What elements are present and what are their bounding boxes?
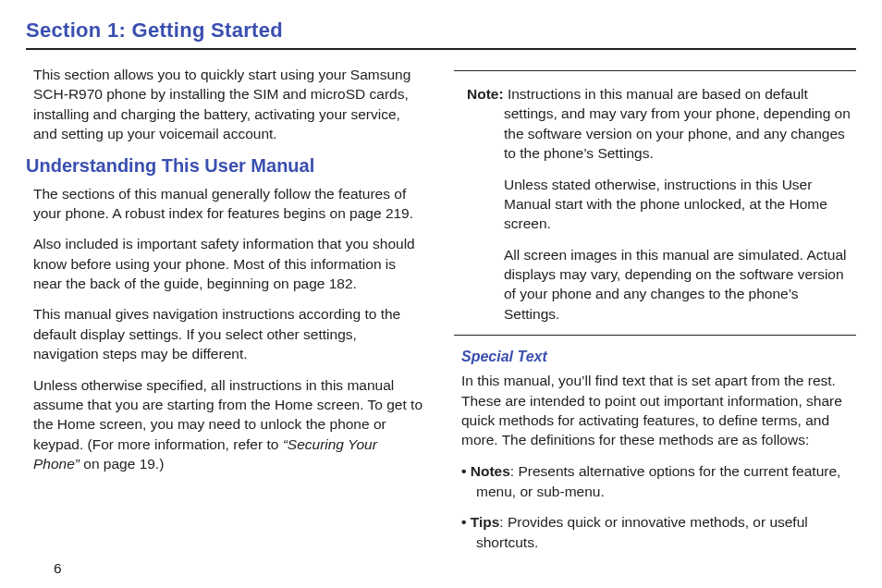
body-paragraph: In this manual, you’ll find text that is…: [454, 371, 856, 450]
note-label: Note:: [467, 86, 504, 102]
definition-list: Notes: Presents alternative options for …: [454, 461, 856, 554]
special-text-heading: Special Text: [461, 349, 856, 365]
list-item: Tips: Provides quick or innovative metho…: [461, 512, 856, 554]
body-paragraph: The sections of this manual generally fo…: [26, 184, 428, 224]
note-bottom-rule: [454, 335, 856, 336]
two-column-layout: This section allows you to quickly start…: [26, 65, 856, 563]
term-text: : Presents alternative options for the c…: [476, 463, 840, 499]
note-text: Instructions in this manual are based on…: [504, 86, 851, 161]
note-paragraph: Unless stated otherwise, instructions in…: [454, 175, 856, 234]
note-top-rule: [454, 70, 856, 71]
page-number: 6: [54, 560, 62, 577]
note-block: Note: Instructions in this manual are ba…: [454, 84, 856, 324]
term-label: Notes: [471, 463, 510, 479]
text-run: on page 19.): [80, 456, 164, 472]
body-paragraph: Unless otherwise specified, all instruct…: [26, 375, 428, 474]
term-text: : Provides quick or innovative methods, …: [476, 514, 808, 550]
section-title: Section 1: Getting Started: [26, 18, 856, 43]
body-paragraph: This manual gives navigation instruction…: [26, 304, 428, 363]
left-column: This section allows you to quickly start…: [26, 65, 428, 563]
understanding-heading: Understanding This User Manual: [26, 155, 428, 177]
intro-paragraph: This section allows you to quickly start…: [26, 65, 428, 144]
term-label: Tips: [471, 514, 500, 530]
note-paragraph: Note: Instructions in this manual are ba…: [454, 84, 856, 164]
note-paragraph: All screen images in this manual are sim…: [454, 245, 856, 325]
divider: [26, 48, 856, 50]
body-paragraph: Also included is important safety inform…: [26, 234, 428, 293]
list-item: Notes: Presents alternative options for …: [461, 461, 856, 503]
right-column: Note: Instructions in this manual are ba…: [454, 65, 856, 563]
